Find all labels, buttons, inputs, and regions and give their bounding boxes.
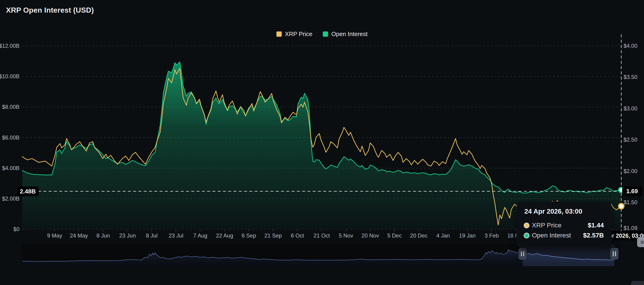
y-axis-right-tick-label: $1.09 [624, 225, 637, 231]
y-axis-right-tick-label: $4.00 [624, 43, 637, 49]
y-axis-left-tick-label: $4.00B [2, 165, 20, 171]
x-axis-tick-label: 22 Aug [216, 233, 233, 239]
tooltip-row-label: Open Interest [532, 232, 583, 239]
navigator-mask-left [22, 245, 522, 266]
tooltip-row-value: $2.57B [583, 232, 604, 239]
x-axis-tick-label: 20 Dec [410, 233, 428, 239]
x-axis-tick-label: 19 Jan [459, 233, 476, 239]
tooltip-row-value: $1.44 [588, 222, 604, 229]
chart-tooltip: 24 Apr 2026, 03:00 XRP Price $1.44 Open … [517, 202, 612, 247]
y-axis-left-tick-label: $2.00B [2, 196, 20, 202]
navigator-selected-range[interactable] [522, 245, 614, 266]
tooltip-row-open-interest: Open Interest $2.57B [524, 232, 604, 239]
x-axis-tick-label: 23 Jun [119, 233, 136, 239]
x-axis-tick-label: 21 Oct [314, 233, 330, 239]
y-axis-left-tick-label: $0 [13, 226, 20, 232]
x-axis-tick-label: 24 May [70, 233, 88, 239]
right-edge-scroll-button[interactable]: ≡ [637, 237, 644, 247]
tooltip-row-label: XRP Price [532, 222, 588, 229]
handle-grip-icon [523, 251, 524, 256]
x-axis-tick-label: 9 May [47, 233, 62, 239]
y-axis-left-tick-label: $6.00B [2, 134, 20, 141]
xrp-open-interest-page: { "page": { "title": "XRP Open Interest … [0, 0, 644, 285]
handle-grip-icon [521, 251, 522, 256]
handle-grip-icon [613, 251, 614, 256]
y-axis-left-tick-label: $10.00B [0, 73, 20, 79]
tooltip-date: 24 Apr 2026, 03:00 [524, 208, 604, 215]
y-axis-right-tick-label: $1.50 [624, 199, 637, 205]
y-axis-right-tick-label: $3.50 [624, 74, 637, 80]
crosshair-right-value-label: 1.69 [622, 186, 642, 196]
xrp-price-hover-marker [619, 204, 624, 209]
handle-grip-icon [615, 251, 616, 256]
x-axis-tick-label: 7 Aug [193, 233, 207, 239]
x-axis-tick-label: 6 Oct [291, 233, 304, 239]
y-axis-left-tick-label: $8.00B [2, 104, 20, 110]
navigator-left-handle[interactable] [518, 248, 527, 260]
y-axis-right-tick-label: $2.50 [624, 137, 637, 143]
y-axis-left-tick-label: $12.00B [0, 43, 20, 49]
x-axis-tick-label: 5 Dec [387, 233, 402, 239]
x-axis-tick-label: 20 Nov [362, 233, 379, 239]
x-axis-tick-label: 4 Jan [436, 233, 450, 239]
x-axis-tick-label: 5 Nov [339, 233, 353, 239]
xrp-price-dot-icon [524, 223, 529, 228]
tooltip-row-xrp-price: XRP Price $1.44 [524, 222, 604, 229]
x-axis-tick-label: 21 Sep [264, 233, 282, 239]
x-axis-tick-label: 23 Jul [169, 233, 184, 239]
y-axis-right-tick-label: $3.00 [624, 105, 637, 111]
open-interest-dot-icon [524, 233, 529, 238]
x-axis-tick-label: 3 Feb [485, 233, 499, 239]
x-axis-tick-label: 6 Sep [242, 233, 256, 239]
x-axis-tick-label: 8 Jul [146, 233, 158, 239]
x-axis-tick-label: 8 Jun [96, 233, 110, 239]
bottom-right-partial-widget[interactable] [631, 281, 644, 285]
crosshair-left-value-label: 2.48B [17, 187, 38, 196]
navigator-right-handle[interactable] [610, 248, 618, 260]
y-axis-right-tick-label: $2.00 [624, 168, 637, 174]
